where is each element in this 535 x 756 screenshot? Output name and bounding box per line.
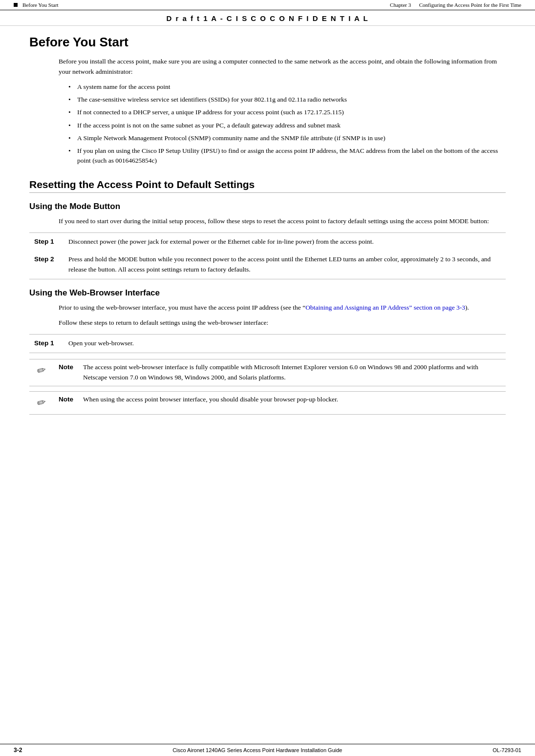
note-content: When using the access point browser inte… bbox=[78, 391, 506, 414]
note-label: Note bbox=[54, 391, 78, 414]
note-pencil-icon: ✏ bbox=[35, 361, 48, 380]
section1-heading: Resetting the Access Point to Default Se… bbox=[29, 179, 506, 193]
header-left: Before You Start bbox=[14, 2, 59, 8]
intro-part1: Prior to using the web-browser interface… bbox=[59, 304, 305, 311]
list-item: If the access point is not on the same s… bbox=[68, 121, 506, 130]
intro-part2: ). bbox=[465, 304, 469, 311]
subsection2-intro2: Follow these steps to return to default … bbox=[59, 318, 506, 328]
note-table-1: ✏ Note The access point web-browser inte… bbox=[29, 359, 506, 386]
page-footer: 3-2 Cisco Aironet 1240AG Series Access P… bbox=[0, 744, 535, 756]
page-header: Before You Start Chapter 3 Configuring t… bbox=[0, 0, 535, 10]
subsection2-intro: Prior to using the web-browser interface… bbox=[59, 303, 506, 313]
step-content: Press and hold the MODE button while you… bbox=[64, 251, 506, 279]
table-row: ✏ Note When using the access point brows… bbox=[29, 391, 506, 414]
steps-table-2: Step 1 Open your web-browser. bbox=[29, 334, 506, 353]
list-item: A system name for the access point bbox=[68, 82, 506, 92]
table-row: ✏ Note The access point web-browser inte… bbox=[29, 359, 506, 386]
subsection1-intro: If you need to start over during the ini… bbox=[59, 216, 506, 227]
footer-right: OL-7293-01 bbox=[492, 747, 521, 753]
header-chapter-label: Chapter 3 bbox=[390, 2, 411, 8]
header-right: Chapter 3 Configuring the Access Point f… bbox=[390, 2, 521, 8]
list-item: If not connected to a DHCP server, a uni… bbox=[68, 107, 506, 117]
note-icon-cell: ✏ bbox=[29, 391, 54, 414]
subsection2-heading: Using the Web-Browser Interface bbox=[29, 288, 506, 298]
main-content: Before You Start Before you install the … bbox=[0, 35, 535, 415]
steps-table-1: Step 1 Disconnect power (the power jack … bbox=[29, 232, 506, 280]
step-label: Step 1 bbox=[29, 232, 64, 251]
note-content: The access point web-browser interface i… bbox=[78, 359, 506, 386]
subsection1-heading: Using the Mode Button bbox=[29, 202, 506, 211]
intro-text: Before you install the access point, mak… bbox=[59, 57, 506, 77]
note-pencil-icon: ✏ bbox=[35, 394, 48, 412]
header-bullet-icon bbox=[14, 3, 18, 7]
list-item: A Simple Network Management Protocol (SN… bbox=[68, 133, 506, 143]
note-label: Note bbox=[54, 359, 78, 386]
intro-link[interactable]: Obtaining and Assigning an IP Address” s… bbox=[305, 304, 465, 311]
step-label: Step 1 bbox=[29, 335, 64, 353]
note-table-2: ✏ Note When using the access point brows… bbox=[29, 391, 506, 415]
footer-center: Cisco Aironet 1240AG Series Access Point… bbox=[172, 747, 342, 753]
page-title: Before You Start bbox=[29, 35, 506, 50]
table-row: Step 1 Open your web-browser. bbox=[29, 335, 506, 353]
step-content: Disconnect power (the power jack for ext… bbox=[64, 232, 506, 251]
draft-banner: D r a f t 1 A - C I S C O C O N F I D E … bbox=[0, 10, 535, 26]
list-item: If you plan on using the Cisco IP Setup … bbox=[68, 146, 506, 166]
table-row: Step 2 Press and hold the MODE button wh… bbox=[29, 251, 506, 279]
step-label: Step 2 bbox=[29, 251, 64, 279]
step-content: Open your web-browser. bbox=[64, 335, 506, 353]
header-chapter-title: Configuring the Access Point for the Fir… bbox=[419, 2, 521, 8]
note-icon-cell: ✏ bbox=[29, 359, 54, 386]
footer-page-num: 3-2 bbox=[14, 747, 22, 754]
table-row: Step 1 Disconnect power (the power jack … bbox=[29, 232, 506, 251]
list-item: The case-sensitive wireless service set … bbox=[68, 95, 506, 105]
bullet-list: A system name for the access point The c… bbox=[68, 82, 506, 166]
header-section-label: Before You Start bbox=[22, 2, 59, 8]
